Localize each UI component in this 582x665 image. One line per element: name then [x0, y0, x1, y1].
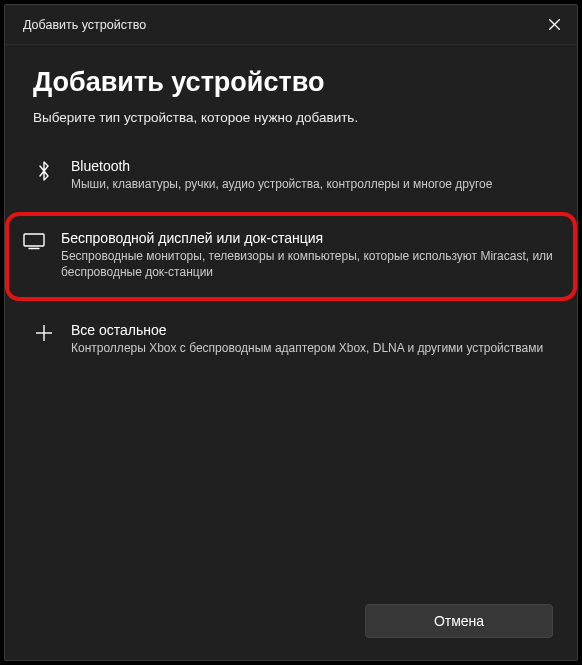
option-title: Bluetooth [71, 158, 549, 174]
dialog-window: Добавить устройство Добавить устройство … [4, 4, 578, 661]
cancel-button[interactable]: Отмена [365, 604, 553, 638]
option-bluetooth[interactable]: Bluetooth Мыши, клавиатуры, ручки, аудио… [21, 145, 561, 206]
option-body: Все остальное Контроллеры Xbox с беспров… [71, 322, 549, 356]
option-title: Все остальное [71, 322, 549, 338]
dialog-content: Добавить устройство Выберите тип устройс… [5, 45, 577, 604]
option-title: Беспроводной дисплей или док-станция [61, 230, 559, 246]
option-desc: Мыши, клавиатуры, ручки, аудио устройств… [71, 176, 549, 192]
titlebar: Добавить устройство [5, 5, 577, 45]
window-title: Добавить устройство [23, 18, 146, 32]
svg-rect-2 [24, 234, 44, 246]
monitor-icon [23, 230, 45, 250]
option-body: Bluetooth Мыши, клавиатуры, ручки, аудио… [71, 158, 549, 192]
page-subtitle: Выберите тип устройства, которое нужно д… [33, 110, 549, 125]
page-title: Добавить устройство [33, 67, 549, 98]
device-type-list: Bluetooth Мыши, клавиатуры, ручки, аудио… [21, 145, 561, 370]
close-button[interactable] [531, 5, 577, 45]
dialog-footer: Отмена [5, 604, 577, 660]
option-wireless-display[interactable]: Беспроводной дисплей или док-станция Бес… [11, 218, 571, 294]
plus-icon [33, 322, 55, 342]
option-desc: Контроллеры Xbox с беспроводным адаптеро… [71, 340, 549, 356]
highlighted-option-frame: Беспроводной дисплей или док-станция Бес… [5, 212, 577, 300]
option-desc: Беспроводные мониторы, телевизоры и комп… [61, 248, 559, 280]
option-everything-else[interactable]: Все остальное Контроллеры Xbox с беспров… [21, 309, 561, 370]
bluetooth-icon [33, 158, 55, 182]
close-icon [549, 19, 560, 30]
option-body: Беспроводной дисплей или док-станция Бес… [61, 230, 559, 280]
